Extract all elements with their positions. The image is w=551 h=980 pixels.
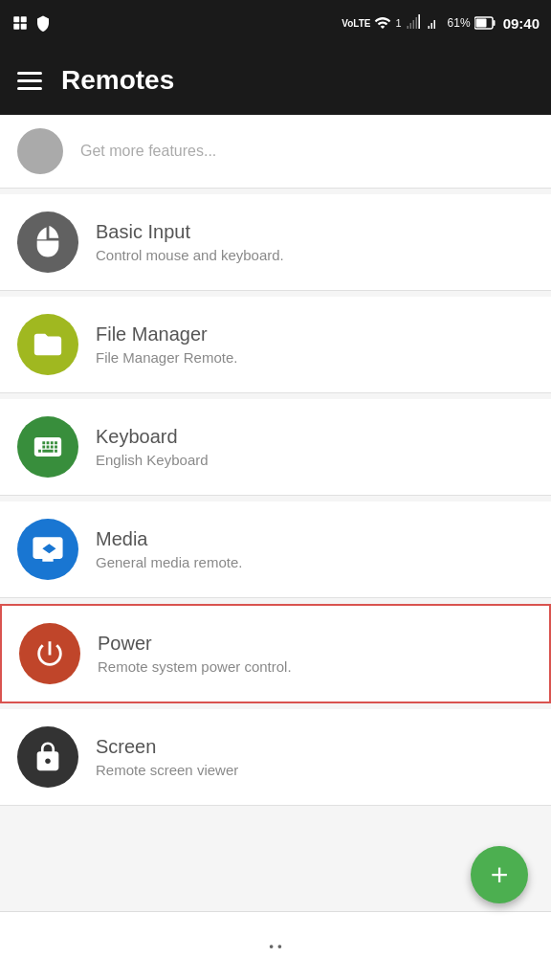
shield-icon	[34, 14, 52, 32]
device-button[interactable]	[232, 923, 319, 970]
file-manager-icon	[17, 314, 78, 375]
file-manager-subtitle: File Manager Remote.	[96, 349, 237, 366]
mic-button[interactable]	[416, 923, 502, 970]
svg-rect-2	[13, 24, 19, 30]
partial-icon	[17, 128, 63, 174]
svg-rect-5	[493, 20, 495, 26]
signal-icon	[406, 14, 423, 32]
media-title: Media	[96, 528, 242, 550]
add-remote-fab[interactable]: +	[471, 846, 528, 903]
screen-text: Screen Remote screen viewer	[96, 736, 238, 778]
time-label: 09:40	[503, 15, 540, 32]
volte-label: VoLTE	[342, 18, 370, 29]
list-item-media[interactable]: Media General media remote.	[0, 501, 551, 598]
basic-input-subtitle: Control mouse and keyboard.	[96, 247, 284, 263]
fab-plus-icon: +	[491, 859, 509, 890]
list-item-screen[interactable]: Screen Remote screen viewer	[0, 709, 551, 806]
basic-input-title: Basic Input	[96, 221, 284, 243]
bottom-nav	[0, 911, 551, 980]
media-icon	[17, 519, 78, 580]
media-text: Media General media remote.	[96, 528, 242, 570]
partial-text: Get more features...	[80, 143, 216, 160]
wifi-icon	[374, 14, 391, 32]
top-bar: Remotes	[0, 46, 551, 115]
battery-label: 61%	[448, 16, 471, 30]
mic-icon	[445, 932, 474, 961]
sim-icon: 1	[395, 17, 401, 29]
basic-input-text: Basic Input Control mouse and keyboard.	[96, 221, 284, 263]
list-item-power[interactable]: Power Remote system power control.	[0, 604, 551, 703]
svg-rect-3	[21, 24, 27, 30]
battery-icon	[474, 16, 496, 30]
keyboard-title: Keyboard	[96, 426, 209, 448]
list-item-basic-input[interactable]: Basic Input Control mouse and keyboard.	[0, 194, 551, 291]
hamburger-menu[interactable]	[17, 72, 42, 90]
power-subtitle: Remote system power control.	[98, 658, 292, 675]
svg-point-7	[270, 945, 274, 948]
svg-rect-6	[475, 19, 486, 28]
list-item-keyboard[interactable]: Keyboard English Keyboard	[0, 399, 551, 496]
power-text: Power Remote system power control.	[98, 633, 292, 675]
svg-point-8	[278, 945, 282, 948]
file-manager-text: File Manager File Manager Remote.	[96, 323, 237, 366]
basic-input-icon	[17, 212, 78, 273]
refresh-button[interactable]	[49, 923, 135, 970]
media-subtitle: General media remote.	[96, 554, 242, 570]
status-bar-right: VoLTE 1 61% 09:40	[342, 14, 540, 32]
remotes-list: Get more features... Basic Input Control…	[0, 115, 551, 812]
status-bar-left	[11, 14, 52, 32]
screen-icon	[17, 726, 78, 788]
refresh-icon	[77, 932, 106, 961]
svg-rect-1	[21, 16, 27, 22]
list-item-file-manager[interactable]: File Manager File Manager Remote.	[0, 297, 551, 393]
keyboard-text: Keyboard English Keyboard	[96, 426, 209, 468]
status-bar: VoLTE 1 61% 09:40	[0, 0, 551, 46]
power-title: Power	[98, 633, 292, 655]
screen-title: Screen	[96, 736, 238, 758]
keyboard-subtitle: English Keyboard	[96, 452, 209, 468]
page-title: Remotes	[61, 65, 174, 96]
notification-icon	[11, 14, 29, 32]
screen-subtitle: Remote screen viewer	[96, 762, 238, 778]
device-icon	[261, 932, 290, 961]
power-icon	[19, 623, 80, 684]
signal2-icon	[427, 14, 444, 32]
keyboard-icon	[17, 416, 78, 478]
file-manager-title: File Manager	[96, 323, 237, 345]
svg-rect-0	[13, 16, 19, 22]
partial-item[interactable]: Get more features...	[0, 115, 551, 189]
